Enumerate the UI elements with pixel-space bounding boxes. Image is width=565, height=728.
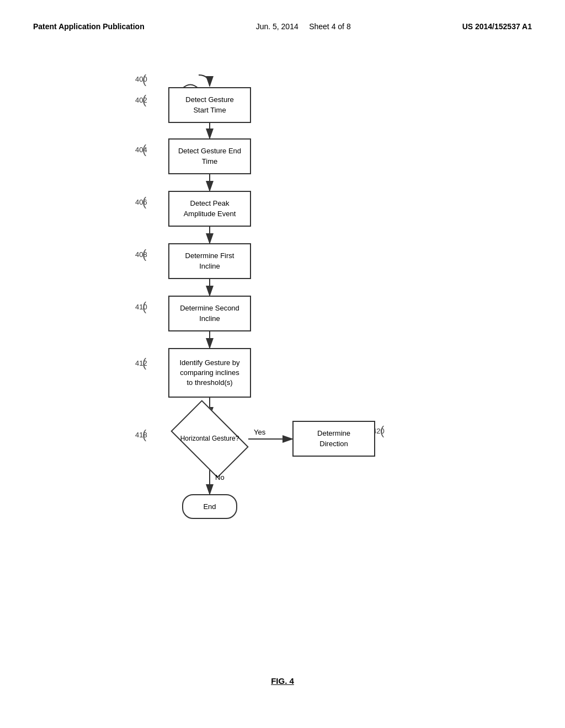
page: Patent Application Publication Jun. 5, 2… bbox=[0, 0, 565, 728]
flowchart-diagram: 400 ) 402 ) Detect Gesture Start Time 40… bbox=[33, 58, 532, 665]
yes-label: Yes bbox=[254, 428, 265, 436]
bracket-408: ) bbox=[142, 247, 146, 261]
bracket-406: ) bbox=[142, 195, 146, 209]
node-406: Detect Peak Amplitude Event bbox=[168, 191, 251, 227]
bracket-402: ) bbox=[142, 93, 146, 107]
node-408: Determine First Incline bbox=[168, 243, 251, 279]
arrows-svg bbox=[33, 58, 532, 665]
node-412: Identify Gesture by comparing inclines t… bbox=[168, 348, 251, 398]
no-label: No bbox=[215, 473, 225, 481]
bracket-412: ) bbox=[142, 356, 146, 370]
node-402: Detect Gesture Start Time bbox=[168, 87, 251, 123]
node-410: Determine Second Incline bbox=[168, 296, 251, 331]
header-sheet: Sheet 4 of 8 bbox=[309, 22, 351, 31]
bracket-410: ) bbox=[142, 299, 146, 314]
bracket-418: ) bbox=[142, 427, 146, 442]
node-418-container: Horizontal Gesture? bbox=[171, 416, 248, 462]
header-date: Jun. 5, 2014 bbox=[256, 22, 299, 31]
bracket-400: ) bbox=[142, 72, 146, 87]
header-left: Patent Application Publication bbox=[33, 22, 145, 31]
bracket-404: ) bbox=[142, 142, 146, 157]
bracket-420: ) bbox=[380, 424, 384, 438]
node-404: Detect Gesture End Time bbox=[168, 138, 251, 174]
header-center: Jun. 5, 2014 Sheet 4 of 8 bbox=[256, 22, 351, 31]
node-418-text: Horizontal Gesture? bbox=[171, 416, 248, 462]
node-end: End bbox=[182, 494, 237, 519]
header-right: US 2014/152537 A1 bbox=[462, 22, 532, 31]
node-420: Determine Direction bbox=[292, 421, 375, 457]
header: Patent Application Publication Jun. 5, 2… bbox=[33, 22, 532, 36]
figure-caption: FIG. 4 bbox=[33, 676, 532, 686]
